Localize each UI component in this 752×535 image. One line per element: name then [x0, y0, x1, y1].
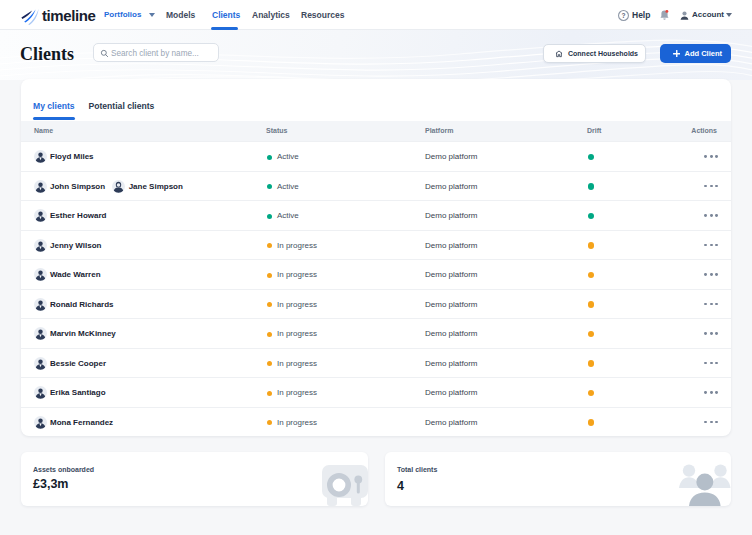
- svg-text:?: ?: [621, 11, 625, 18]
